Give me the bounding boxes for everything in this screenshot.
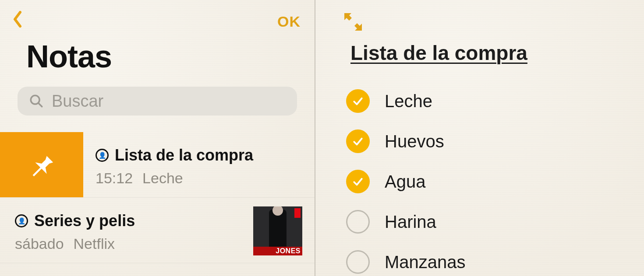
pin-icon <box>26 150 57 180</box>
checklist-item-label: Leche <box>385 91 432 111</box>
svg-line-1 <box>39 103 42 107</box>
editor-title[interactable]: Lista de la compra <box>342 41 626 65</box>
note-preview: Leche <box>142 170 183 187</box>
chevron-left-icon <box>12 10 23 28</box>
pin-action[interactable] <box>0 132 83 197</box>
note-editor-pane: Lista de la compra Leche Huevos Agua <box>315 0 644 276</box>
back-button[interactable] <box>12 10 30 28</box>
check-circle-icon[interactable] <box>346 170 370 193</box>
checklist: Leche Huevos Agua Harina Manzanas <box>342 89 626 276</box>
check-circle-icon[interactable] <box>346 210 370 234</box>
shared-icon <box>96 149 109 162</box>
notes-list-pane: OK Notas Lista de la <box>0 0 315 276</box>
page-title: Notas <box>0 35 315 87</box>
note-thumbnail: JONES <box>253 206 302 255</box>
note-time: 15:12 <box>96 170 133 187</box>
expand-arrows-icon <box>342 10 364 33</box>
note-row-body: Lista de la compra 15:12 Leche <box>83 132 315 197</box>
note-subtitle: sábado Netflix <box>15 235 245 252</box>
fullscreen-button[interactable] <box>342 10 364 33</box>
note-subtitle: 15:12 Leche <box>96 170 307 187</box>
check-circle-icon[interactable] <box>346 250 370 274</box>
check-circle-icon[interactable] <box>346 89 370 113</box>
search-icon <box>29 94 44 108</box>
checklist-item-label: Huevos <box>385 132 444 151</box>
ok-button[interactable]: OK <box>277 13 301 30</box>
note-title-line: Lista de la compra <box>96 146 307 164</box>
note-title-line: Series y pelis <box>15 212 245 230</box>
shared-icon <box>15 214 28 227</box>
checklist-item[interactable]: Harina <box>346 210 626 234</box>
note-row-body: Series y pelis sábado Netflix <box>13 198 253 263</box>
note-row[interactable]: Series y pelis sábado Netflix JONES <box>0 198 315 263</box>
checklist-item[interactable]: Manzanas <box>346 250 626 274</box>
checklist-item-label: Manzanas <box>385 252 466 272</box>
checklist-item[interactable]: Agua <box>346 170 626 193</box>
note-time: sábado <box>15 235 64 252</box>
search-field[interactable] <box>18 87 297 115</box>
thumb-caption: JONES <box>253 247 302 255</box>
note-title-text: Series y pelis <box>34 212 135 230</box>
check-circle-icon[interactable] <box>346 129 370 153</box>
search-input[interactable] <box>52 92 286 111</box>
nav-bar: OK <box>0 0 315 35</box>
netflix-logo-icon <box>294 208 301 218</box>
notes-list: Lista de la compra 15:12 Leche Series y … <box>0 132 315 263</box>
note-preview: Netflix <box>74 235 115 252</box>
checklist-item-label: Harina <box>385 212 436 232</box>
checklist-item-label: Agua <box>385 172 425 192</box>
note-title-text: Lista de la compra <box>115 146 253 164</box>
checklist-item[interactable]: Huevos <box>346 129 626 153</box>
notes-app: OK Notas Lista de la <box>0 0 644 276</box>
note-row[interactable]: Lista de la compra 15:12 Leche <box>0 132 315 198</box>
checklist-item[interactable]: Leche <box>346 89 626 113</box>
